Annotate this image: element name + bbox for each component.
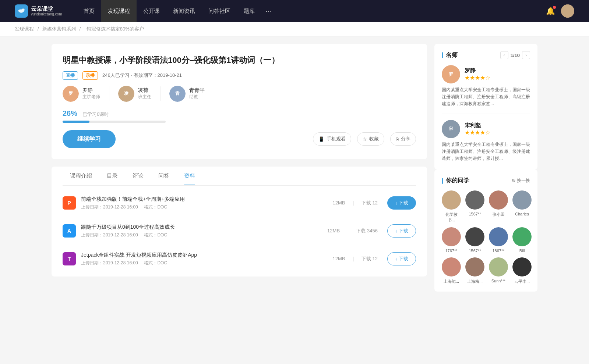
tab-resources[interactable]: 资料 bbox=[177, 167, 202, 185]
mobile-watch-button[interactable]: 📱 手机观看 bbox=[313, 132, 351, 146]
nav-quiz[interactable]: 题库 bbox=[237, 0, 261, 22]
classmate-avatar-1 bbox=[465, 190, 484, 210]
classmate-6[interactable]: 1867** bbox=[489, 227, 508, 253]
next-page-button[interactable]: › bbox=[522, 51, 530, 59]
teacher-avatar-0: 罗 bbox=[63, 86, 79, 102]
action-buttons: 📱 手机观看 ☆ 收藏 ⎘ 分享 bbox=[313, 132, 416, 146]
teacher-name-2: 青青平 bbox=[189, 87, 205, 94]
refresh-classmates-button[interactable]: ↻ 换一换 bbox=[512, 178, 530, 184]
classmate-avatar-3 bbox=[512, 190, 532, 210]
user-avatar[interactable] bbox=[561, 4, 574, 18]
teacher-divider-2 bbox=[160, 86, 161, 101]
course-actions: 继续学习 📱 手机观看 ☆ 收藏 ⎘ 分享 bbox=[63, 130, 416, 148]
breadcrumb-series[interactable]: 新媒体营销系列 bbox=[42, 26, 76, 32]
breadcrumb-discover[interactable]: 发现课程 bbox=[15, 26, 34, 32]
download-button-2[interactable]: ↓ 下载 bbox=[387, 252, 416, 265]
nav-discover[interactable]: 发现课程 bbox=[101, 0, 137, 22]
resource-item-0: P 前端全栈加强版！前端全栈+全周期+多端应用 上传日期：2019-12-28 … bbox=[63, 189, 416, 217]
resource-name-1: 跟随千万级项目从0到100全过程高效成长 bbox=[81, 224, 325, 231]
teacher-2: 青 青青平 助教 bbox=[169, 86, 205, 102]
teacher-card-desc-1: 国内某重点大学安全工程专业硕士，国家一级注册消防工程师、注册安全工程师、级注册建… bbox=[442, 141, 530, 163]
teacher-card-1: 宋 宋利坚 ★★★★☆ 国内某重点大学安全工程专业硕士，国家一级注册消防工程师、… bbox=[442, 120, 530, 163]
content-left: 明星中教授课，小学阶段语法100分–强化级第1讲动词（一） 直播 录播 246人… bbox=[52, 44, 427, 292]
teacher-card-avatar-1: 宋 bbox=[442, 120, 460, 138]
nav-qa[interactable]: 问答社区 bbox=[202, 0, 237, 22]
teacher-avatar-2: 青 bbox=[169, 86, 186, 102]
badge-record: 录播 bbox=[82, 71, 98, 80]
classmate-8[interactable]: 上海能... bbox=[442, 257, 461, 284]
classmate-11[interactable]: 云平丰... bbox=[512, 257, 532, 284]
navigation: 云朵课堂 yundouketang.com 首页 发现课程 公开课 新闻资讯 问… bbox=[0, 0, 589, 22]
notification-dot bbox=[553, 6, 556, 9]
classmate-0[interactable]: 化学教书... bbox=[442, 190, 461, 223]
progress-label: 26% bbox=[63, 109, 77, 117]
classmates-panel-title: 你的同学 ↻ 换一换 bbox=[442, 177, 530, 185]
classmate-9[interactable]: 上海梅... bbox=[465, 257, 484, 284]
collect-button[interactable]: ☆ 收藏 bbox=[357, 132, 384, 146]
classmate-10[interactable]: Sunn*** bbox=[489, 257, 508, 284]
classmate-name-4: 1767** bbox=[445, 249, 457, 253]
teacher-role-2: 助教 bbox=[189, 94, 205, 100]
tab-comments[interactable]: 评论 bbox=[125, 167, 151, 185]
course-meta: 直播 录播 246人已学习 · 有效期至：2019-10-21 bbox=[63, 71, 416, 80]
tab-qa[interactable]: 问答 bbox=[151, 167, 177, 185]
star-icon: ☆ bbox=[363, 136, 367, 142]
teacher-card-name-0: 罗静 bbox=[465, 67, 490, 74]
classmate-avatar-2 bbox=[489, 190, 508, 210]
logo[interactable]: 云朵课堂 yundouketang.com bbox=[15, 4, 62, 18]
teacher-0: 罗 罗静 主讲老师 bbox=[63, 86, 100, 102]
nav-items: 首页 发现课程 公开课 新闻资讯 问答社区 题库 ··· bbox=[77, 0, 546, 22]
teacher-stars-1: ★★★★☆ bbox=[465, 129, 490, 136]
download-button-1[interactable]: ↓ 下载 bbox=[387, 224, 416, 238]
continue-button[interactable]: 继续学习 bbox=[63, 130, 116, 148]
progress-bar-fill bbox=[63, 121, 89, 123]
progress-sub: 已学习0课时 bbox=[82, 111, 109, 117]
nav-home[interactable]: 首页 bbox=[77, 0, 101, 22]
resource-name-0: 前端全栈加强版！前端全栈+全周期+多端应用 bbox=[81, 196, 331, 203]
resource-stats-2: 12MB ｜ 下载 12 bbox=[331, 256, 380, 262]
nav-open-course[interactable]: 公开课 bbox=[137, 0, 166, 22]
tab-intro[interactable]: 课程介绍 bbox=[63, 167, 99, 185]
classmate-3[interactable]: Charles bbox=[512, 190, 532, 223]
classmate-name-1: 1567** bbox=[469, 212, 481, 216]
share-button[interactable]: ⎘ 分享 bbox=[390, 132, 416, 146]
bell-icon[interactable]: 🔔 bbox=[546, 7, 555, 15]
title-bar bbox=[442, 52, 443, 58]
teacher-name-0: 罗静 bbox=[82, 87, 100, 94]
nav-news[interactable]: 新闻资讯 bbox=[166, 0, 202, 22]
resource-list: P 前端全栈加强版！前端全栈+全周期+多端应用 上传日期：2019-12-28 … bbox=[63, 186, 416, 276]
classmate-5[interactable]: 1567** bbox=[465, 227, 484, 253]
pagination: ‹ 1/10 › bbox=[500, 51, 530, 59]
resource-stats-1: 12MB ｜ 下载 3456 bbox=[325, 228, 380, 234]
classmates-title-bar bbox=[442, 178, 443, 184]
teacher-card-0: 罗 罗静 ★★★★☆ 国内某重点大学安全工程专业硕士，国家一级注册消防工程师、注… bbox=[442, 65, 530, 114]
classmate-1[interactable]: 1567** bbox=[465, 190, 484, 223]
resource-meta-0: 上传日期：2019-12-28 16:00 格式：DOC bbox=[81, 204, 331, 210]
teacher-panel: 名师 ‹ 1/10 › 罗 罗静 ★★★★☆ bbox=[434, 44, 537, 169]
classmate-name-9: 上海梅... bbox=[467, 279, 483, 284]
breadcrumb: 发现课程 / 新媒体营销系列 / 销冠修炼术搞定80%的客户 bbox=[0, 22, 589, 36]
resource-icon-2: T bbox=[63, 252, 76, 265]
resource-item-2: T Jetpack全组件实战 开发短视频应用高仿皮皮虾App 上传日期：2019… bbox=[63, 245, 416, 273]
teacher-divider-1 bbox=[109, 86, 109, 101]
resource-item-1: A 跟随千万级项目从0到100全过程高效成长 上传日期：2019-12-28 1… bbox=[63, 217, 416, 245]
resource-meta-2: 上传日期：2019-12-28 16:00 格式：DOC bbox=[81, 260, 331, 266]
classmate-7[interactable]: Bill bbox=[512, 227, 532, 253]
classmate-name-11: 云平丰... bbox=[514, 279, 530, 284]
tab-catalog[interactable]: 目录 bbox=[99, 167, 125, 185]
classmate-2[interactable]: 张小田 bbox=[489, 190, 508, 223]
mobile-icon: 📱 bbox=[318, 136, 324, 142]
course-stats: 246人已学习 · 有效期至：2019-10-21 bbox=[102, 72, 182, 79]
teacher-stars-0: ★★★★☆ bbox=[465, 74, 490, 81]
classmate-avatar-4 bbox=[442, 227, 461, 246]
nav-more[interactable]: ··· bbox=[261, 7, 276, 15]
classmate-name-10: Sunn*** bbox=[491, 279, 506, 283]
classmate-name-7: Bill bbox=[519, 249, 525, 253]
download-button-0[interactable]: ↓ 下载 bbox=[387, 196, 416, 210]
teacher-role-0: 主讲老师 bbox=[82, 94, 100, 100]
teacher-card-avatar-0: 罗 bbox=[442, 65, 460, 83]
prev-page-button[interactable]: ‹ bbox=[500, 51, 508, 59]
progress-section: 26% 已学习0课时 bbox=[63, 109, 416, 123]
classmate-4[interactable]: 1767** bbox=[442, 227, 461, 253]
classmate-avatar-5 bbox=[465, 227, 484, 246]
